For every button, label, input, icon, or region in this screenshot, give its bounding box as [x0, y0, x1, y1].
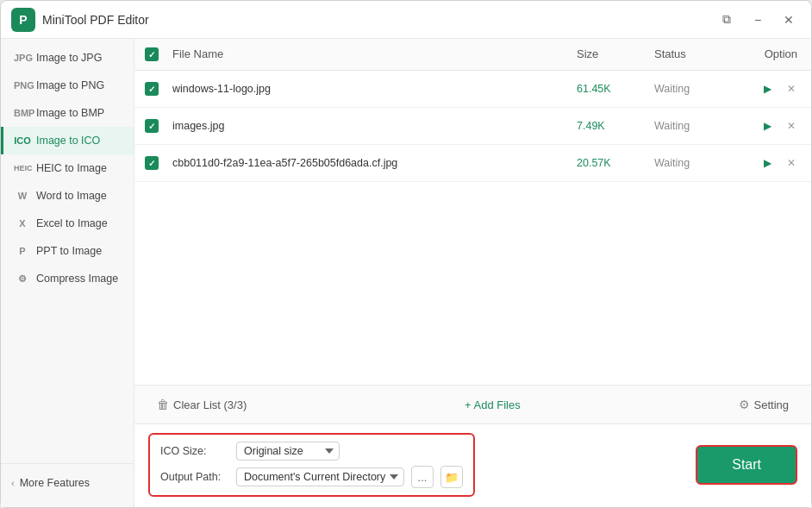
table-header: File Name Size Status Option [134, 39, 811, 71]
sidebar-item-label: Image to PNG [36, 79, 104, 91]
jpg-icon: JPG [14, 53, 31, 63]
remove-button[interactable]: ✕ [782, 154, 801, 172]
bottom-panel: ICO Size: Original size 16x16 32x32 48x4… [134, 424, 811, 507]
compress-icon: ⚙ [14, 273, 31, 285]
sidebar-item-image-to-png[interactable]: PNG Image to PNG [1, 72, 134, 99]
row-checkbox[interactable] [145, 82, 159, 96]
play-button[interactable]: ▶ [758, 79, 777, 98]
setting-icon: ⚙ [739, 398, 750, 411]
row-checkbox-col [145, 82, 172, 96]
ico-size-select[interactable]: Original size 16x16 32x32 48x48 64x64 12… [236, 442, 340, 461]
row-status: Waiting [654, 83, 732, 95]
sidebar-item-image-to-ico[interactable]: ICO Image to ICO [1, 127, 134, 154]
row-actions: ▶ ✕ [732, 116, 801, 135]
table-row: images.jpg 7.49K Waiting ▶ ✕ [134, 108, 811, 145]
dots-icon: ... [418, 471, 428, 484]
sidebar-item-heic-to-image[interactable]: HEIC HEIC to Image [1, 154, 134, 182]
clear-list-label: Clear List (3/3) [173, 398, 247, 411]
header-size: Size [577, 47, 654, 61]
output-path-row: Output Path: Document's Current Director… [160, 466, 463, 488]
folder-icon: 📁 [445, 471, 459, 484]
row-filename: images.jpg [172, 120, 577, 132]
titlebar: P MiniTool PDF Editor ⧉ − ✕ [1, 1, 811, 39]
add-files-label: + Add Files [465, 398, 521, 411]
settings-group: ICO Size: Original size 16x16 32x32 48x4… [148, 433, 475, 497]
content-area: JPG Image to JPG PNG Image to PNG BMP Im… [1, 39, 811, 507]
sidebar-item-label: PPT to Image [36, 245, 102, 257]
row-size: 61.45K [577, 83, 654, 95]
sidebar-item-label: HEIC to Image [36, 162, 107, 174]
sidebar-bottom: ‹ More Features [1, 463, 134, 502]
more-features-button[interactable]: ‹ More Features [1, 469, 134, 497]
header-filename: File Name [172, 47, 577, 61]
setting-label: Setting [754, 398, 789, 411]
row-filename: cbb011d0-f2a9-11ea-a5f7-265b05fd6ada.cf.… [172, 157, 577, 169]
row-checkbox[interactable] [145, 119, 159, 133]
setting-button[interactable]: ⚙ Setting [730, 394, 797, 415]
header-checkbox-col [145, 47, 172, 61]
bmp-icon: BMP [14, 108, 31, 118]
clear-list-button[interactable]: 🗑 Clear List (3/3) [148, 394, 255, 415]
row-status: Waiting [654, 157, 732, 169]
sidebar-item-excel-to-image[interactable]: X Excel to Image [1, 210, 134, 237]
chevron-left-icon: ‹ [11, 478, 15, 488]
row-actions: ▶ ✕ [732, 79, 801, 98]
play-button[interactable]: ▶ [758, 116, 777, 135]
row-checkbox-col [145, 119, 172, 133]
browse-button[interactable]: ... [411, 466, 434, 488]
sidebar-item-label: Image to JPG [36, 52, 102, 64]
select-all-checkbox[interactable] [145, 47, 159, 61]
main-window: P MiniTool PDF Editor ⧉ − ✕ JPG Image to… [0, 0, 812, 508]
add-files-button[interactable]: + Add Files [456, 395, 529, 415]
sidebar-item-label: Excel to Image [36, 217, 108, 229]
row-actions: ▶ ✕ [732, 154, 801, 172]
sidebar-item-label: Compress Image [36, 273, 118, 285]
sidebar-item-word-to-image[interactable]: W Word to Image [1, 182, 134, 210]
restore-button[interactable]: ⧉ [715, 8, 739, 32]
header-status: Status [654, 47, 732, 61]
table-row: cbb011d0-f2a9-11ea-a5f7-265b05fd6ada.cf.… [134, 145, 811, 182]
close-button[interactable]: ✕ [777, 8, 801, 32]
row-checkbox[interactable] [145, 156, 159, 170]
table-row: windows-11-logo.jpg 61.45K Waiting ▶ ✕ [134, 71, 811, 108]
sidebar-item-label: Image to ICO [36, 135, 100, 147]
sidebar-item-label: Word to Image [36, 190, 107, 202]
heic-icon: HEIC [14, 164, 31, 172]
sidebar-item-image-to-bmp[interactable]: BMP Image to BMP [1, 99, 134, 127]
row-status: Waiting [654, 120, 732, 132]
row-checkbox-col [145, 156, 172, 170]
minimize-button[interactable]: − [746, 8, 770, 32]
app-title: MiniTool PDF Editor [42, 13, 715, 27]
window-controls: ⧉ − ✕ [715, 8, 801, 32]
row-size: 20.57K [577, 157, 654, 169]
row-filename: windows-11-logo.jpg [172, 83, 577, 95]
output-path-select[interactable]: Document's Current Directory Custom Dire… [236, 467, 404, 486]
open-folder-button[interactable]: 📁 [440, 466, 463, 488]
png-icon: PNG [14, 80, 31, 91]
more-features-label: More Features [20, 477, 90, 489]
start-button[interactable]: Start [696, 445, 797, 485]
header-option: Option [732, 47, 801, 61]
clear-icon: 🗑 [157, 398, 169, 411]
start-label: Start [732, 457, 761, 472]
ppt-icon: P [14, 246, 31, 256]
file-table: File Name Size Status Option windows-11-… [134, 39, 811, 386]
remove-button[interactable]: ✕ [782, 116, 801, 135]
table-footer: 🗑 Clear List (3/3) + Add Files ⚙ Setting [134, 386, 811, 424]
ico-size-label: ICO Size: [160, 445, 229, 457]
excel-icon: X [14, 218, 31, 229]
sidebar: JPG Image to JPG PNG Image to PNG BMP Im… [1, 39, 134, 507]
sidebar-item-label: Image to BMP [36, 107, 104, 119]
sidebar-item-compress-image[interactable]: ⚙ Compress Image [1, 265, 134, 292]
output-path-label: Output Path: [160, 471, 229, 483]
row-size: 7.49K [577, 120, 654, 132]
remove-button[interactable]: ✕ [782, 79, 801, 98]
sidebar-item-ppt-to-image[interactable]: P PPT to Image [1, 237, 134, 265]
app-logo: P [11, 8, 35, 32]
ico-size-row: ICO Size: Original size 16x16 32x32 48x4… [160, 442, 463, 461]
play-button[interactable]: ▶ [758, 154, 777, 172]
sidebar-item-image-to-jpg[interactable]: JPG Image to JPG [1, 44, 134, 72]
word-icon: W [14, 191, 31, 201]
main-area: File Name Size Status Option windows-11-… [134, 39, 811, 507]
ico-icon: ICO [14, 135, 31, 146]
